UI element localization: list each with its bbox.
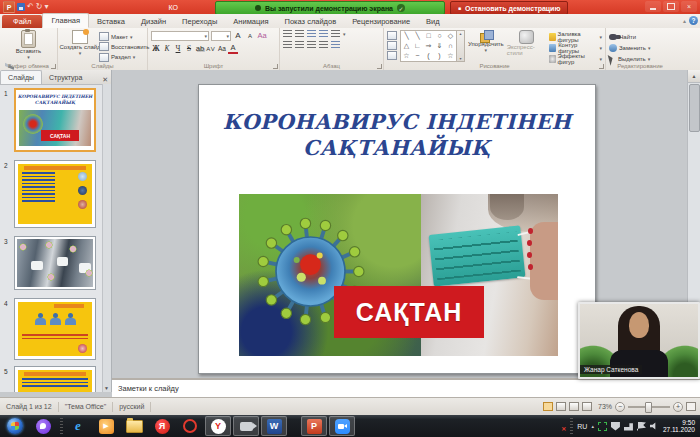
- new-slide-button[interactable]: Создать слайд ▾: [61, 30, 99, 62]
- slide-canvas[interactable]: КОРОНАВИРУС ІНДЕТІНЕН САҚТАНАЙЫҚ: [198, 84, 596, 374]
- font-size-combo[interactable]: ▾: [211, 31, 231, 41]
- shape-fill-button[interactable]: Заливка фигуры ▾: [549, 32, 602, 42]
- panel-scrollbar[interactable]: ▼: [102, 84, 111, 392]
- clipboard-dialog-launcher[interactable]: [51, 64, 56, 69]
- shape-star-icon[interactable]: ☆: [403, 51, 409, 61]
- paragraph-dialog-launcher[interactable]: [377, 64, 382, 69]
- font-dialog-launcher[interactable]: [273, 64, 278, 69]
- taskbar-ie-icon[interactable]: e: [65, 416, 91, 436]
- shape-arrow-right-icon[interactable]: ⇒: [426, 41, 432, 51]
- language-indicator[interactable]: русский: [113, 402, 151, 412]
- slide-thumbnail-5[interactable]: [14, 366, 96, 392]
- shape-brace-right-icon[interactable]: ): [438, 51, 440, 61]
- taskbar-word-icon[interactable]: W: [261, 416, 287, 436]
- line-spacing-icon[interactable]: [331, 30, 340, 38]
- taskbar-opera-icon[interactable]: [177, 416, 203, 436]
- align-right-icon[interactable]: [307, 41, 316, 49]
- taskbar-powerpoint-icon[interactable]: P: [301, 416, 327, 436]
- underline-button[interactable]: Ч: [173, 43, 183, 54]
- scroll-up-icon[interactable]: ▲: [688, 70, 700, 83]
- justify-icon[interactable]: [319, 41, 328, 49]
- scrollbar-thumb[interactable]: [689, 84, 700, 132]
- font-name-combo[interactable]: ▾: [151, 31, 209, 41]
- save-icon[interactable]: [17, 3, 25, 11]
- bold-button[interactable]: Ж: [151, 43, 161, 54]
- tab-slideshow[interactable]: Показ слайдов: [277, 15, 345, 28]
- theme-name[interactable]: "Тема Office": [59, 402, 114, 412]
- shape-arrow-down-icon[interactable]: ⇓: [437, 41, 443, 51]
- shape-arc-icon[interactable]: ∩: [448, 41, 453, 51]
- tab-outline[interactable]: Структура: [42, 71, 89, 84]
- notes-placeholder[interactable]: Заметки к слайду: [112, 384, 179, 393]
- minimize-button[interactable]: [645, 1, 661, 12]
- tab-home[interactable]: Главная: [42, 13, 89, 28]
- shape-line-icon[interactable]: ╲: [404, 31, 408, 41]
- collapse-ribbon-icon[interactable]: ▴: [683, 17, 686, 24]
- numbering-icon[interactable]: [295, 30, 304, 38]
- keyboard-language[interactable]: RU: [577, 423, 587, 430]
- zoom-slider[interactable]: [628, 406, 670, 408]
- text-shadow-button[interactable]: ab: [195, 43, 205, 54]
- shape-outline-button[interactable]: Контур фигуры ▾: [549, 43, 602, 53]
- fit-to-window-icon[interactable]: [686, 402, 696, 411]
- slide-thumbnail-3[interactable]: [14, 236, 96, 290]
- align-center-icon[interactable]: [295, 41, 304, 49]
- redo-icon[interactable]: ↻: [36, 3, 43, 11]
- shape-rect-icon[interactable]: □: [426, 31, 430, 41]
- italic-button[interactable]: К: [162, 43, 172, 54]
- shape-elbow-icon[interactable]: ∟: [414, 41, 421, 51]
- taskbar-mediaplayer-icon[interactable]: ▶: [93, 416, 119, 436]
- reading-view-icon[interactable]: [569, 402, 579, 411]
- security-icon[interactable]: [611, 422, 620, 431]
- tray-grip[interactable]: [570, 418, 573, 434]
- undo-icon[interactable]: ↶: [27, 3, 34, 11]
- character-spacing-button[interactable]: AV: [206, 43, 216, 54]
- shape-star2-icon[interactable]: ☆: [447, 51, 453, 61]
- taskbar-yandex-browser-icon[interactable]: Я: [149, 416, 175, 436]
- zoom-in-button[interactable]: +: [673, 402, 683, 412]
- tab-file[interactable]: Файл: [2, 15, 42, 28]
- screen-share-indicator-icon[interactable]: [598, 422, 607, 431]
- panel-scroll-down-icon[interactable]: ▼: [104, 385, 109, 391]
- arrange-button[interactable]: Упорядочить ▾: [468, 30, 504, 62]
- action-center-icon[interactable]: [637, 422, 646, 431]
- section-button[interactable]: Раздел ▾: [99, 53, 149, 62]
- start-button[interactable]: [2, 416, 28, 436]
- taskbar-alice-icon[interactable]: [30, 416, 56, 436]
- grow-font-button[interactable]: A: [233, 30, 243, 41]
- webcam-overlay[interactable]: Жанар Саткенова: [578, 302, 700, 379]
- tab-view[interactable]: Вид: [418, 15, 448, 28]
- tab-slides-thumbnails[interactable]: Слайды: [0, 70, 42, 84]
- slide-thumbnail-4[interactable]: [14, 298, 96, 360]
- replace-button[interactable]: Заменить ▾: [609, 43, 671, 53]
- bullets-icon[interactable]: [283, 30, 292, 38]
- notes-pane[interactable]: Заметки к слайду: [112, 378, 700, 397]
- restore-button[interactable]: [663, 1, 679, 12]
- shape-ellipse-icon[interactable]: ○: [437, 31, 441, 41]
- clear-formatting-button[interactable]: Aa: [257, 30, 267, 41]
- tab-animations[interactable]: Анимация: [225, 15, 276, 28]
- help-icon[interactable]: ?: [689, 16, 698, 25]
- paste-button[interactable]: Вставить ▾: [3, 30, 54, 60]
- slide-thumbnail-2[interactable]: [14, 160, 96, 228]
- panel-close-icon[interactable]: ✕: [102, 76, 108, 84]
- slide-image[interactable]: САҚТАН: [239, 194, 558, 356]
- slide-title[interactable]: КОРОНАВИРУС ІНДЕТІНЕН САҚТАНАЙЫҚ: [199, 109, 595, 161]
- taskbar-yandex-icon[interactable]: Y: [205, 416, 231, 436]
- zoom-slider-thumb[interactable]: [645, 402, 652, 413]
- taskbar-explorer-icon[interactable]: [121, 416, 147, 436]
- normal-view-icon[interactable]: [543, 402, 553, 411]
- shape-line2-icon[interactable]: ╲: [415, 31, 419, 41]
- tab-insert[interactable]: Вставка: [89, 15, 133, 28]
- convert-smartart-icon[interactable]: [387, 51, 397, 60]
- decrease-indent-icon[interactable]: [307, 30, 316, 38]
- shape-curve-icon[interactable]: ~: [415, 51, 419, 61]
- find-button[interactable]: Найти: [609, 32, 671, 42]
- clock[interactable]: 9:50 27.11.2020: [663, 419, 695, 434]
- shape-brace-left-icon[interactable]: (: [427, 51, 429, 61]
- tray-expand-icon[interactable]: ▴: [591, 423, 594, 429]
- tab-design[interactable]: Дизайн: [133, 15, 174, 28]
- shape-diamond-icon[interactable]: ◇: [448, 31, 453, 41]
- shapes-gallery[interactable]: ╲ ╲ □ ○ ◇ △ ∟ ⇒ ⇓ ∩ ☆ ~ ( ) ☆: [400, 30, 457, 62]
- quick-styles-button[interactable]: Экспресс-стили: [507, 30, 546, 62]
